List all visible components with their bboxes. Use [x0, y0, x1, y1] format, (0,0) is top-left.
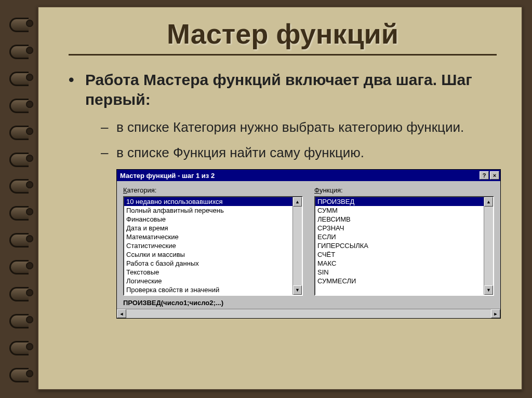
list-item[interactable]: Полный алфавитный перечень [124, 206, 292, 215]
scroll-down-icon[interactable]: ▼ [484, 285, 493, 295]
scroll-right-icon[interactable]: ► [491, 309, 500, 318]
scroll-up-icon[interactable]: ▲ [484, 197, 493, 207]
list-item[interactable]: ЛЕВСИМВ [315, 215, 484, 224]
list-item[interactable]: СЧЁТ [315, 250, 484, 259]
scroll-left-icon[interactable]: ◄ [117, 309, 126, 318]
function-wizard-dialog: Мастер функций - шаг 1 из 2 ? × Категори… [116, 169, 501, 319]
function-label: Функция: [314, 186, 494, 194]
category-listbox[interactable]: 10 недавно использовавшихсяПолный алфави… [123, 196, 303, 296]
function-column: Функция: ПРОИЗВЕДСУММЛЕВСИМВСРЗНАЧЕСЛИГИ… [314, 186, 494, 296]
dialog-title: Мастер функций - шаг 1 из 2 [120, 172, 478, 180]
list-item[interactable]: Проверка свойств и значений [124, 285, 292, 294]
scroll-down-icon[interactable]: ▼ [293, 285, 302, 295]
dialog-titlebar[interactable]: Мастер функций - шаг 1 из 2 ? × [117, 170, 500, 181]
slide-page: Мастер функций Работа Мастера функций вк… [37, 6, 523, 390]
close-button[interactable]: × [490, 171, 499, 180]
function-listbox[interactable]: ПРОИЗВЕДСУММЛЕВСИМВСРЗНАЧЕСЛИГИПЕРССЫЛКА… [314, 196, 494, 296]
list-item[interactable]: SIN [315, 268, 484, 277]
bullet-sub-2: в списке Функция найти саму функцию. [116, 144, 501, 162]
list-item[interactable]: 10 недавно использовавшихся [124, 197, 292, 206]
category-label: Категория: [123, 186, 303, 194]
dialog-body: Категория: 10 недавно использовавшихсяПо… [117, 181, 500, 299]
category-scrollbar[interactable]: ▲ ▼ [292, 197, 302, 295]
list-item[interactable]: ПРОИЗВЕД [315, 197, 484, 206]
scroll-up-icon[interactable]: ▲ [293, 197, 302, 207]
list-item[interactable]: Ссылки и массивы [124, 250, 292, 259]
list-item[interactable]: Статистические [124, 241, 292, 250]
list-item[interactable]: СУММЕСЛИ [315, 277, 484, 285]
title-underline [69, 54, 496, 56]
bullet-main: Работа Мастера функций включает два шага… [85, 70, 501, 109]
spiral-binding [9, 0, 35, 398]
category-column: Категория: 10 недавно использовавшихсяПо… [123, 186, 303, 296]
list-item[interactable]: ГИПЕРССЫЛКА [315, 241, 484, 250]
scroll-track[interactable] [293, 207, 302, 285]
list-item[interactable]: Математические [124, 232, 292, 241]
list-item[interactable]: Дата и время [124, 224, 292, 232]
help-button[interactable]: ? [480, 171, 489, 180]
list-item[interactable]: Работа с базой данных [124, 259, 292, 268]
function-syntax-line: ПРОИЗВЕД(число1;число2;...) [117, 299, 500, 309]
scroll-track[interactable] [484, 207, 493, 285]
list-item[interactable]: Финансовые [124, 215, 292, 224]
list-item[interactable]: Логические [124, 277, 292, 285]
list-item[interactable]: ЕСЛИ [315, 232, 484, 241]
function-scrollbar[interactable]: ▲ ▼ [484, 197, 493, 295]
bullet-sub-1: в списке Категория нужно выбрать категор… [116, 118, 501, 136]
list-item[interactable]: МАКС [315, 259, 484, 268]
list-item[interactable]: Текстовые [124, 268, 292, 277]
slide-title: Мастер функций [64, 18, 501, 50]
list-item[interactable]: СУММ [315, 206, 484, 215]
list-item[interactable]: СРЗНАЧ [315, 224, 484, 232]
scroll-track[interactable] [126, 309, 491, 318]
dialog-horizontal-scrollbar[interactable]: ◄ ► [117, 309, 500, 318]
